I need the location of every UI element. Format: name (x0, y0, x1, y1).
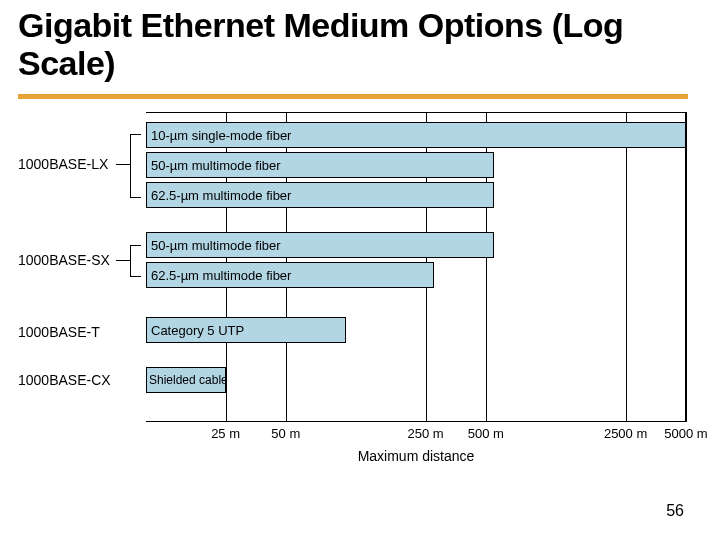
bracket-sx (130, 245, 131, 277)
x-tick-25: 25 m (211, 426, 240, 441)
y-label-lx: 1000BASE-LX (18, 156, 130, 172)
y-label-t: 1000BASE-T (18, 324, 130, 340)
x-tick-250: 250 m (408, 426, 444, 441)
plot-border (146, 112, 686, 422)
bracket-lx (130, 134, 131, 198)
page-title: Gigabit Ethernet Medium Options (Log Sca… (18, 6, 698, 83)
x-tick-500: 500 m (468, 426, 504, 441)
x-axis-label: Maximum distance (146, 448, 686, 464)
x-tick-50: 50 m (271, 426, 300, 441)
x-tick-2500: 2500 m (604, 426, 647, 441)
page-number: 56 (666, 502, 684, 520)
plot-area: 10-µm single-mode fiber 50-µm multimode … (146, 112, 686, 422)
chart-container: 1000BASE-LX 1000BASE-SX 1000BASE-T 1000B… (18, 112, 698, 464)
bracket-lead-sx (116, 260, 130, 261)
grid-5000 (686, 112, 687, 422)
y-label-cx: 1000BASE-CX (18, 372, 130, 388)
bracket-lead-lx (116, 164, 130, 165)
title-rule (18, 94, 688, 99)
y-label-sx: 1000BASE-SX (18, 252, 130, 268)
x-tick-5000: 5000 m (664, 426, 707, 441)
